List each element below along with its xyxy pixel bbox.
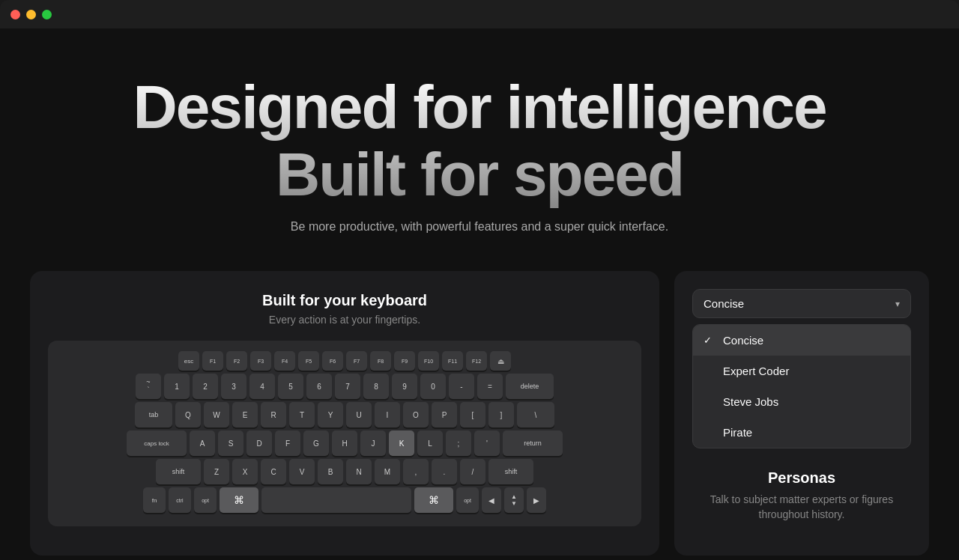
key-f12[interactable]: F12 [466,351,487,371]
key-control[interactable]: ctrl [169,487,191,513]
keyboard-card-subtitle: Every action is at your fingertips. [48,314,641,326]
key-0[interactable]: 0 [420,374,446,399]
key-tab[interactable]: tab [135,402,172,427]
key-s[interactable]: S [218,430,243,456]
key-rshift[interactable]: shift [488,459,533,484]
key-f[interactable]: F [275,430,300,456]
key-f3[interactable]: F3 [250,351,271,371]
keyboard-card: Built for your keyboard Every action is … [30,271,659,556]
key-delete[interactable]: delete [506,374,554,399]
key-lshift[interactable]: shift [156,459,201,484]
key-roption[interactable]: opt [456,487,479,513]
key-comma[interactable]: , [403,459,429,484]
key-lcmd[interactable]: ⌘ [220,487,258,513]
key-r[interactable]: R [261,402,286,427]
dropdown-option-steve-jobs[interactable]: Steve Jobs [693,386,910,417]
key-f7[interactable]: F7 [346,351,367,371]
key-slash[interactable]: / [460,459,485,484]
dropdown-option-pirate[interactable]: Pirate [693,417,910,448]
key-7[interactable]: 7 [335,374,360,399]
key-f1[interactable]: F1 [202,351,223,371]
key-capslock[interactable]: caps lock [127,430,187,456]
key-k[interactable]: K [389,430,414,456]
key-j[interactable]: J [360,430,386,456]
key-w[interactable]: W [204,402,229,427]
key-f5[interactable]: F5 [298,351,319,371]
keyboard-card-title: Built for your keyboard [48,292,641,309]
key-updown[interactable]: ▲▼ [504,487,524,513]
key-f9[interactable]: F9 [394,351,415,371]
hero-subtitle: Be more productive, with powerful featur… [15,220,944,234]
maximize-button[interactable] [42,10,52,19]
key-g[interactable]: G [303,430,329,456]
persona-dropdown-trigger[interactable]: Concise ▾ [692,289,911,318]
key-1[interactable]: 1 [164,374,190,399]
key-c[interactable]: C [261,459,286,484]
key-i[interactable]: I [375,402,400,427]
option-label-pirate: Pirate [723,426,752,439]
key-option[interactable]: opt [194,487,217,513]
key-esc[interactable]: esc [178,351,199,371]
checkmark-icon: ✓ [704,335,716,346]
dropdown-option-expert-coder[interactable]: Expert Coder [693,356,910,386]
keyboard-zxcv-row: shift Z X C V B N M , . / shift [57,459,632,484]
key-return[interactable]: return [503,430,563,456]
dropdown-container: Concise ▾ [692,289,911,318]
key-left[interactable]: ◀ [482,487,501,513]
key-6[interactable]: 6 [306,374,332,399]
key-a[interactable]: A [190,430,215,456]
hero-section: Designed for intelligence Built for spee… [0,28,959,264]
key-f11[interactable]: F11 [442,351,463,371]
keyboard-asdf-row: caps lock A S D F G H J K L ; ' return [57,430,632,456]
key-y[interactable]: Y [318,402,343,427]
key-backtick[interactable]: ~` [136,374,161,399]
personas-subtitle: Talk to subject matter experts or figure… [692,493,911,522]
dropdown-option-concise[interactable]: ✓ Concise [693,325,910,356]
key-e[interactable]: E [232,402,258,427]
key-t[interactable]: T [289,402,315,427]
key-period[interactable]: . [432,459,457,484]
key-n[interactable]: N [346,459,372,484]
key-b[interactable]: B [318,459,343,484]
key-fn[interactable]: fn [143,487,166,513]
window-chrome [0,0,959,28]
key-v[interactable]: V [289,459,315,484]
key-2[interactable]: 2 [193,374,218,399]
key-equals[interactable]: = [477,374,503,399]
key-semicolon[interactable]: ; [446,430,471,456]
key-quote[interactable]: ' [474,430,500,456]
key-5[interactable]: 5 [278,374,303,399]
key-4[interactable]: 4 [249,374,275,399]
key-right[interactable]: ▶ [527,487,546,513]
key-minus[interactable]: - [449,374,474,399]
key-h[interactable]: H [332,430,357,456]
close-button[interactable] [10,10,20,19]
key-u[interactable]: U [346,402,372,427]
key-lbracket[interactable]: [ [460,402,485,427]
personas-title: Personas [692,469,911,487]
key-x[interactable]: X [232,459,258,484]
key-rcmd[interactable]: ⌘ [414,487,453,513]
option-label-steve-jobs: Steve Jobs [723,395,778,408]
key-l[interactable]: L [417,430,443,456]
key-8[interactable]: 8 [363,374,389,399]
key-o[interactable]: O [403,402,429,427]
key-f2[interactable]: F2 [226,351,247,371]
key-f10[interactable]: F10 [418,351,439,371]
key-z[interactable]: Z [204,459,229,484]
minimize-button[interactable] [26,10,36,19]
key-f8[interactable]: F8 [370,351,391,371]
key-q[interactable]: Q [175,402,201,427]
key-d[interactable]: D [246,430,272,456]
key-m[interactable]: M [375,459,400,484]
key-space[interactable] [261,487,411,513]
key-power[interactable]: ⏏ [490,351,511,371]
key-f4[interactable]: F4 [274,351,295,371]
key-rbracket[interactable]: ] [488,402,514,427]
dropdown-current-value: Concise [704,297,744,310]
key-9[interactable]: 9 [392,374,417,399]
key-3[interactable]: 3 [221,374,246,399]
key-f6[interactable]: F6 [322,351,343,371]
key-backslash[interactable]: \ [517,402,554,427]
key-p[interactable]: P [432,402,457,427]
